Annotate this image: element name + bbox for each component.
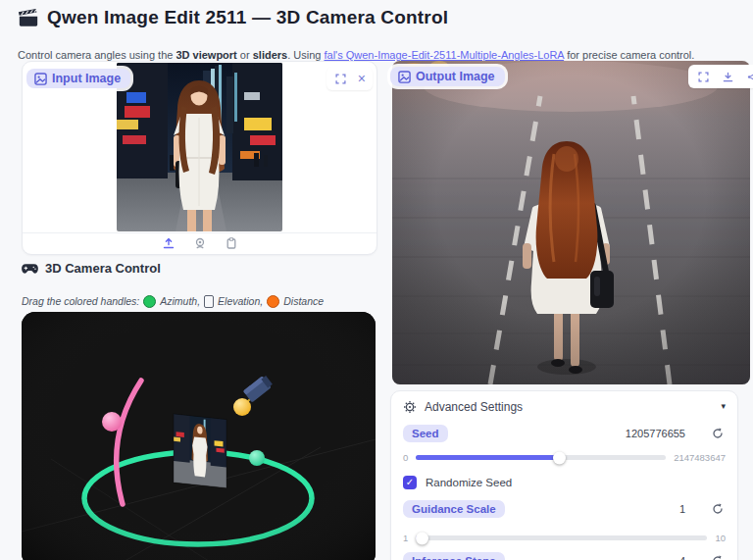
guidance-scale-slider-handle[interactable]: [416, 532, 428, 544]
seed-label-badge: Seed: [403, 425, 448, 442]
distance-handle[interactable]: [233, 398, 251, 416]
input-toolbar: [23, 233, 376, 253]
guidance-scale-slider: 1 10: [403, 532, 726, 544]
image-plane: [174, 414, 226, 488]
output-image-tools: [688, 65, 753, 88]
azimuth-color-dot: [143, 295, 156, 308]
gear-icon: [403, 400, 417, 414]
upload-icon[interactable]: [161, 235, 176, 251]
3d-viewport[interactable]: [22, 312, 376, 560]
output-image-badge: Output Image: [390, 67, 505, 86]
image-icon: [34, 73, 47, 85]
randomize-seed-row: ✓ Randomize Seed: [403, 475, 726, 489]
image-icon: [398, 71, 411, 83]
slider-min: 0: [403, 452, 408, 463]
elevation-handle[interactable]: [102, 412, 122, 432]
input-image-tools: ×: [326, 67, 373, 90]
webcam-icon[interactable]: [192, 235, 208, 251]
seed-row: Seed 1205776655: [403, 424, 726, 443]
inference-steps-reset-icon[interactable]: [712, 555, 724, 560]
randomize-seed-checkbox[interactable]: ✓: [403, 476, 417, 489]
gamepad-icon: [22, 263, 38, 275]
fullscreen-icon[interactable]: [333, 71, 349, 86]
input-image-panel: Input Image ×: [22, 61, 377, 255]
guidance-scale-row: Guidance Scale 1: [403, 499, 726, 519]
seed-reset-icon[interactable]: [712, 428, 724, 439]
share-icon[interactable]: [744, 69, 753, 84]
guidance-scale-value[interactable]: 1: [679, 503, 685, 515]
azimuth-handle[interactable]: [249, 450, 265, 466]
collapse-caret-icon[interactable]: ▾: [721, 401, 726, 411]
inference-steps-label-badge: Inference Steps: [403, 552, 505, 560]
clipboard-icon[interactable]: [224, 235, 239, 251]
seed-slider-track[interactable]: [416, 455, 666, 460]
lora-link[interactable]: fal's Qwen-Image-Edit-2511-Multiple-Angl…: [324, 49, 564, 61]
slider-max: 2147483647: [674, 452, 726, 463]
guidance-scale-reset-icon[interactable]: [712, 503, 724, 515]
advanced-settings-header[interactable]: Advanced Settings: [403, 391, 726, 414]
seed-slider-handle[interactable]: [553, 451, 566, 464]
seed-slider: 0 2147483647: [403, 451, 726, 464]
slider-max: 10: [715, 533, 726, 543]
distance-color-dot: [267, 295, 279, 308]
download-icon[interactable]: [720, 69, 735, 84]
close-icon[interactable]: ×: [358, 74, 366, 83]
inference-steps-row: Inference Steps 4: [403, 551, 726, 560]
randomize-seed-label: Randomize Seed: [426, 477, 512, 488]
input-image-photo[interactable]: [117, 63, 282, 231]
advanced-settings-panel: Advanced Settings ▾ Seed 1205776655 0 21…: [390, 390, 738, 560]
seed-value[interactable]: 1205776655: [626, 428, 685, 439]
viewport-instruction: Drag the colored handles: Azimuth, Eleva…: [22, 295, 324, 308]
guidance-scale-slider-track[interactable]: [416, 535, 707, 540]
slider-min: 1: [403, 533, 408, 543]
page-title: Qwen Image Edit 2511 — 3D Camera Control: [47, 7, 448, 28]
input-image-badge: Input Image: [26, 69, 130, 88]
output-image-photo[interactable]: [392, 61, 750, 384]
app-header: Qwen Image Edit 2511 — 3D Camera Control: [18, 7, 448, 28]
subtitle: Control camera angles using the 3D viewp…: [18, 49, 694, 61]
clapperboard-icon: [18, 7, 39, 28]
camera-control-title: 3D Camera Control: [22, 261, 161, 276]
inference-steps-value[interactable]: 4: [679, 555, 685, 560]
missing-glyph-box: [204, 295, 214, 308]
guidance-scale-label-badge: Guidance Scale: [403, 500, 505, 518]
fullscreen-icon[interactable]: [695, 69, 711, 84]
